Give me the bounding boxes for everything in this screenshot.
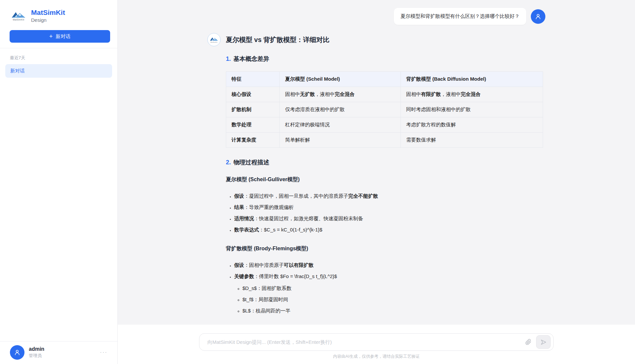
user-message-row: 夏尔模型和背扩散模型有什么区别？选择哪个比较好？ [207, 8, 545, 25]
table-row: 计算复杂度简单解析解需要数值求解 [226, 133, 543, 148]
person-icon [534, 13, 542, 20]
table-cell: 考虑扩散方程的数值解 [401, 117, 543, 133]
scheil-bullet-list: 假设：凝固过程中，固相一旦形成，其中的溶质原子完全不能扩散结果：导致严重的微观偏… [226, 190, 545, 235]
section-title: 物理过程描述 [233, 159, 269, 166]
back-diffusion-bullet-list: 假设：固相中溶质原子可以有限扩散关键参数：傅里叶数 $Fo = \frac{D_… [226, 260, 545, 282]
table-cell: 固相中无扩散，液相中完全混合 [280, 87, 401, 102]
answer-title: 夏尔模型 vs 背扩散模型：详细对比 [226, 35, 545, 44]
comparison-table-body: 核心假设固相中无扩散，液相中完全混合固相中有限扩散，液相中完全混合扩散机制仅考虑… [226, 87, 543, 148]
more-options-button[interactable]: ··· [99, 348, 109, 357]
back-diffusion-heading: 背扩散模型 (Brody-Flemings模型) [226, 245, 545, 252]
user-meta: admin 管理员 [29, 346, 94, 359]
table-header-cell: 夏尔模型 (Scheil Model) [280, 72, 401, 87]
chat-messages[interactable]: 夏尔模型和背扩散模型有什么区别？选择哪个比较好？ [118, 0, 635, 325]
new-chat-button[interactable]: + 新对话 [10, 30, 110, 43]
table-row: 数学处理杠杆定律的极端情况考虑扩散方程的数值解 [226, 117, 543, 133]
ai-disclaimer: 内容由AI生成，仅供参考，请结合实际工艺验证 [118, 354, 635, 359]
scheil-model-heading: 夏尔模型 (Scheil-Gulliver模型) [226, 176, 545, 183]
user-role: 管理员 [29, 353, 94, 359]
list-item: $L$：枝晶间距的一半 [242, 305, 545, 316]
list-item: 假设：凝固过程中，固相一旦形成，其中的溶质原子完全不能扩散 [234, 190, 545, 202]
plus-icon: + [49, 33, 53, 39]
comparison-table-head: 特征夏尔模型 (Scheil Model)背扩散模型 (Back Diffusi… [226, 72, 543, 87]
back-diffusion-param-list: $D_s$：固相扩散系数$t_f$：局部凝固时间$L$：枝晶间距的一半 [226, 283, 545, 316]
history-section-label: 最近7天 [0, 48, 117, 64]
table-cell: 数学处理 [226, 117, 280, 133]
user-avatar [10, 345, 24, 360]
logo-caption: MatSimKit [211, 41, 218, 43]
table-cell: 需要数值求解 [401, 133, 543, 148]
list-item: 结果：导致严重的微观偏析 [234, 202, 545, 213]
matsimkit-logo-icon: MatSimKit [10, 11, 27, 21]
table-header-cell: 背扩散模型 (Back Diffusion Model) [401, 72, 543, 87]
send-icon [540, 339, 547, 346]
sidebar: MatSimKit MatSimKit Design + 新对话 最近7天 新对… [0, 0, 118, 364]
brand: MatSimKit MatSimKit Design [0, 0, 117, 27]
mountain-logo-icon [11, 11, 26, 18]
assistant-message-row: MatSimKit 夏尔模型 vs 背扩散模型：详细对比 1.基本概念差异 特征… [207, 32, 545, 316]
new-chat-section: + 新对话 [0, 27, 117, 48]
attach-button[interactable] [523, 337, 533, 347]
send-button[interactable] [536, 335, 551, 349]
table-cell: 扩散机制 [226, 102, 280, 117]
list-item: 假设：固相中溶质原子可以有限扩散 [234, 260, 545, 271]
sidebar-item-conversation[interactable]: 新对话 [5, 64, 112, 78]
list-item: $D_s$：固相扩散系数 [242, 283, 545, 294]
main-area: 夏尔模型和背扩散模型有什么区别？选择哪个比较好？ [118, 0, 635, 364]
paperclip-icon [525, 339, 531, 345]
table-cell: 同时考虑固相和液相中的扩散 [401, 102, 543, 117]
table-cell: 核心假设 [226, 87, 280, 102]
table-row: 核心假设固相中无扩散，液相中完全混合固相中有限扩散，液相中完全混合 [226, 87, 543, 102]
composer [199, 333, 554, 351]
table-header-cell: 特征 [226, 72, 280, 87]
table-cell: 杠杆定律的极端情况 [280, 117, 401, 133]
user-message-avatar [531, 9, 545, 24]
comparison-table: 特征夏尔模型 (Scheil Model)背扩散模型 (Back Diffusi… [226, 71, 543, 148]
user-message-bubble: 夏尔模型和背扩散模型有什么区别？选择哪个比较好？ [394, 8, 526, 25]
new-chat-label: 新对话 [56, 33, 70, 40]
list-item: 数学表达式：$C_s = kC_0(1-f_s)^{k-1}$ [234, 224, 545, 235]
mountain-logo-icon [210, 37, 218, 41]
section-heading-2: 2.物理过程描述 [226, 158, 545, 166]
app-window: MatSimKit MatSimKit Design + 新对话 最近7天 新对… [0, 0, 635, 364]
brand-text: MatSimKit Design [31, 9, 65, 23]
user-name: admin [29, 346, 94, 352]
message-input[interactable] [207, 339, 523, 345]
brand-name: MatSimKit [31, 9, 65, 17]
list-item: $t_f$：局部凝固时间 [242, 294, 545, 305]
section-title: 基本概念差异 [233, 56, 269, 62]
assistant-avatar: MatSimKit [207, 33, 221, 46]
table-cell: 仅考虑溶质在液相中的扩散 [280, 102, 401, 117]
section-heading-1: 1.基本概念差异 [226, 55, 545, 63]
table-row: 扩散机制仅考虑溶质在液相中的扩散同时考虑固相和液相中的扩散 [226, 102, 543, 117]
brand-subtitle: Design [31, 17, 65, 23]
list-item: 关键参数：傅里叶数 $Fo = \frac{D_s t_f}{L^2}$ [234, 271, 545, 282]
assistant-message-content: 夏尔模型 vs 背扩散模型：详细对比 1.基本概念差异 特征夏尔模型 (Sche… [226, 32, 545, 316]
section-number: 2. [226, 159, 231, 166]
logo-caption: MatSimKit [13, 19, 24, 21]
table-cell: 固相中有限扩散，液相中完全混合 [401, 87, 543, 102]
table-cell: 简单解析解 [280, 133, 401, 148]
list-item: 适用情况：快速凝固过程，如激光熔覆、快速凝固粉末制备 [234, 213, 545, 224]
section-number: 1. [226, 56, 231, 62]
table-cell: 计算复杂度 [226, 133, 280, 148]
person-icon [14, 349, 21, 356]
sidebar-footer: admin 管理员 ··· [0, 341, 117, 364]
message-column: 夏尔模型和背扩散模型有什么区别？选择哪个比较好？ [207, 0, 545, 316]
composer-band: 内容由AI生成，仅供参考，请结合实际工艺验证 [118, 325, 635, 364]
